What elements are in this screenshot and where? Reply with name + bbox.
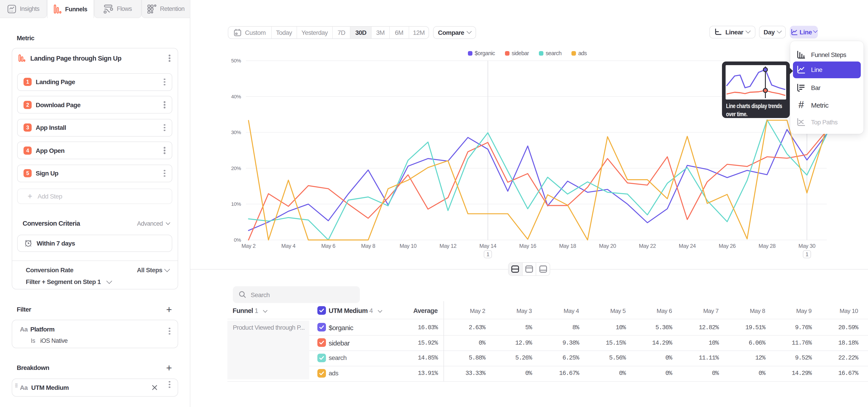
svg-text:30%: 30%	[231, 130, 241, 135]
svg-text:May 12: May 12	[439, 243, 456, 249]
svg-text:May 24: May 24	[679, 243, 696, 249]
svg-text:May 30: May 30	[798, 243, 815, 249]
svg-text:May 20: May 20	[599, 243, 616, 249]
svg-text:May 2: May 2	[241, 243, 256, 249]
svg-text:May 6: May 6	[321, 243, 336, 249]
svg-text:50%: 50%	[231, 58, 241, 64]
svg-text:May 28: May 28	[758, 243, 776, 249]
svg-text:0%: 0%	[234, 237, 241, 243]
svg-text:10%: 10%	[231, 201, 241, 207]
svg-text:May 10: May 10	[400, 243, 416, 249]
svg-text:May 8: May 8	[361, 243, 375, 249]
svg-text:20%: 20%	[231, 165, 241, 171]
svg-text:May 16: May 16	[519, 243, 536, 249]
svg-text:May 4: May 4	[281, 243, 296, 249]
svg-text:May 22: May 22	[639, 243, 656, 249]
svg-text:1: 1	[806, 251, 809, 257]
svg-text:1: 1	[487, 251, 489, 257]
svg-text:May 18: May 18	[559, 243, 576, 249]
svg-text:May 14: May 14	[479, 243, 496, 249]
svg-text:May 26: May 26	[719, 243, 736, 249]
svg-text:40%: 40%	[231, 94, 241, 99]
